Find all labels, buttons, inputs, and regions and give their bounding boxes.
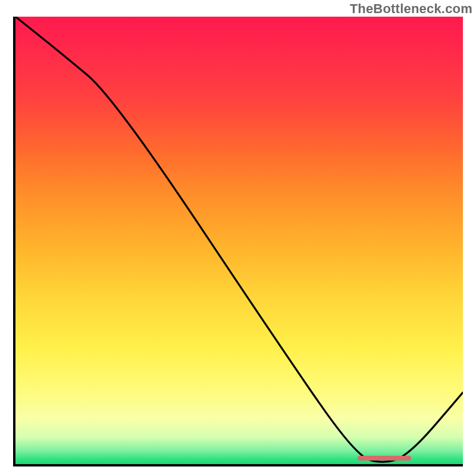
curve-svg — [15, 17, 463, 464]
watermark-text: TheBottleneck.com — [350, 1, 472, 17]
bottleneck-curve-path — [15, 17, 463, 462]
bottleneck-chart: TheBottleneck.com — [0, 0, 476, 476]
plot-area — [13, 17, 463, 466]
optimal-range-marker — [358, 456, 412, 461]
